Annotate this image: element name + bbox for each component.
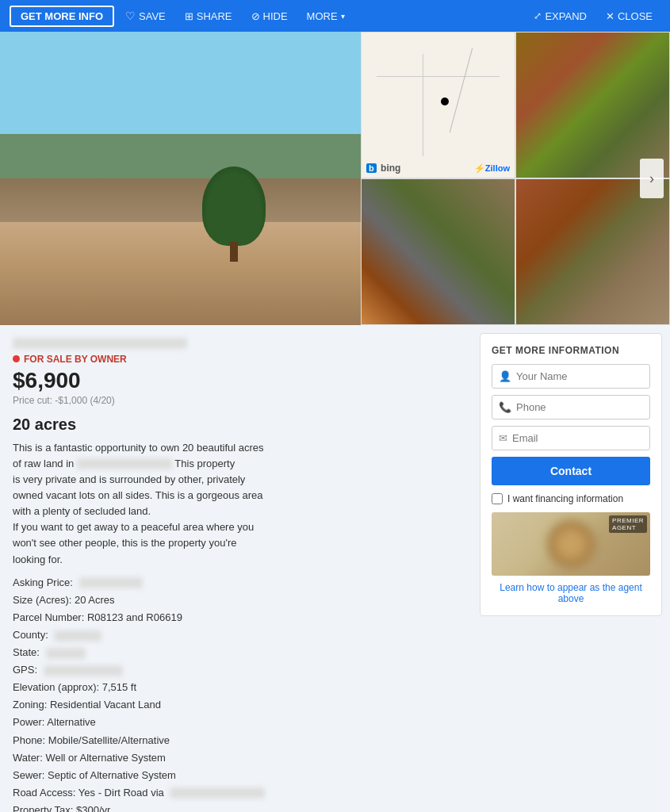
aerial-photo-2[interactable]: [361, 178, 515, 325]
blurred-asking-price: [79, 577, 143, 588]
get-more-info-button[interactable]: GET MORE INFO: [10, 6, 114, 27]
email-input[interactable]: [512, 432, 643, 444]
blurred-state: [46, 648, 86, 659]
price-cut: Price cut: -$1,000 (4/20): [13, 395, 467, 406]
contact-button[interactable]: Contact: [492, 457, 650, 485]
photo-grid: b bing ⚡Zillow ›: [361, 32, 670, 325]
acreage-title: 20 acres: [13, 416, 467, 434]
sewer-row: Sewer: Septic of Alternative System: [13, 767, 467, 784]
learn-how-link[interactable]: Learn how to appear as the agent above: [492, 582, 650, 604]
save-button[interactable]: ♡ SAVE: [117, 6, 174, 25]
elevation-row: Elevation (approx): 7,515 ft: [13, 679, 467, 696]
premier-agent-badge: PREMIERAGENT: [609, 515, 647, 533]
more-button[interactable]: MORE ▾: [299, 7, 353, 25]
phone-field-wrapper[interactable]: 📞: [492, 395, 650, 419]
zillow-logo: ⚡Zillow: [474, 163, 510, 174]
tax-row: Property Tax: $300/yr: [13, 802, 467, 812]
close-icon: ✕: [606, 10, 614, 22]
agent-preview: PREMIERAGENT: [492, 512, 650, 576]
hide-button[interactable]: ⊘ HIDE: [243, 7, 296, 25]
agent-photo: [547, 520, 595, 568]
get-more-info-box: GET MORE INFORMATION 👤 📞 ✉ Contact: [480, 333, 662, 616]
chevron-right-icon: ›: [649, 170, 654, 187]
listing-details-panel: FOR SALE BY OWNER $6,900 Price cut: -$1,…: [0, 325, 480, 812]
map-location-dot: [441, 98, 449, 105]
blurred-location: [77, 458, 172, 469]
size-row: Size (Acres): 20 Acres: [13, 592, 467, 609]
road-row: Road Access: Yes - Dirt Road via: [13, 784, 467, 802]
property-details-list: Asking Price: Size (Acres): 20 Acres Par…: [13, 574, 467, 812]
share-button[interactable]: ⊞ SHARE: [177, 7, 240, 25]
water-row: Water: Well or Alternative System: [13, 749, 467, 767]
phone-row: Phone: Mobile/Satellite/Alternative: [13, 732, 467, 749]
email-icon: ✉: [499, 432, 507, 444]
asking-price-row: Asking Price:: [13, 574, 467, 592]
map-thumbnail-bing[interactable]: b bing ⚡Zillow: [361, 32, 515, 178]
close-button[interactable]: ✕ CLOSE: [598, 7, 660, 25]
parcel-row: Parcel Number: R08123 and R06619: [13, 609, 467, 626]
power-row: Power: Alternative: [13, 714, 467, 731]
map-line-vertical: [423, 54, 423, 155]
red-dot-icon: [13, 355, 20, 362]
financing-row: I want financing information: [492, 493, 650, 504]
gps-row: GPS:: [13, 661, 467, 679]
blurred-road: [170, 787, 265, 799]
zoning-row: Zoning: Residential Vacant Land: [13, 696, 467, 714]
email-field-wrapper[interactable]: ✉: [492, 426, 650, 450]
blurred-gps: [44, 665, 123, 676]
financing-label[interactable]: I want financing information: [507, 493, 623, 504]
state-row: State:: [13, 644, 467, 661]
blurred-county: [54, 630, 101, 642]
phone-icon: 📞: [499, 401, 511, 413]
next-photo-button[interactable]: ›: [640, 159, 664, 198]
blurred-address: [13, 338, 187, 349]
map-line: [377, 76, 499, 77]
financing-checkbox[interactable]: [492, 493, 503, 504]
expand-button[interactable]: ⤢ EXPAND: [526, 7, 595, 25]
name-input[interactable]: [516, 370, 643, 382]
heart-icon: ♡: [125, 10, 136, 22]
name-field-wrapper[interactable]: 👤: [492, 364, 650, 389]
map-line-diagonal: [450, 48, 473, 132]
hide-icon: ⊘: [251, 10, 260, 22]
phone-input[interactable]: [516, 401, 643, 413]
person-icon: 👤: [499, 370, 511, 382]
photo-tree-decoration: [202, 167, 266, 246]
main-content: FOR SALE BY OWNER $6,900 Price cut: -$1,…: [0, 325, 670, 812]
chevron-down-icon: ▾: [341, 12, 345, 21]
aerial-photo-1[interactable]: [515, 32, 670, 178]
aerial-photo-3[interactable]: [515, 178, 670, 325]
info-box-title: GET MORE INFORMATION: [492, 345, 650, 356]
share-icon: ⊞: [185, 10, 193, 22]
image-gallery: b bing ⚡Zillow ›: [0, 32, 670, 325]
info-panel: GET MORE INFORMATION 👤 📞 ✉ Contact: [480, 325, 670, 616]
top-navigation: GET MORE INFO ♡ SAVE ⊞ SHARE ⊘ HIDE MORE…: [0, 0, 670, 32]
for-sale-badge: FOR SALE BY OWNER: [13, 354, 467, 365]
county-row: County:: [13, 626, 467, 644]
property-description: This is a fantastic opportunity to own 2…: [13, 440, 467, 568]
bing-logo: b bing: [366, 163, 400, 174]
expand-icon: ⤢: [534, 10, 542, 21]
listing-price: $6,900: [13, 368, 467, 393]
main-listing-photo[interactable]: [0, 32, 361, 325]
